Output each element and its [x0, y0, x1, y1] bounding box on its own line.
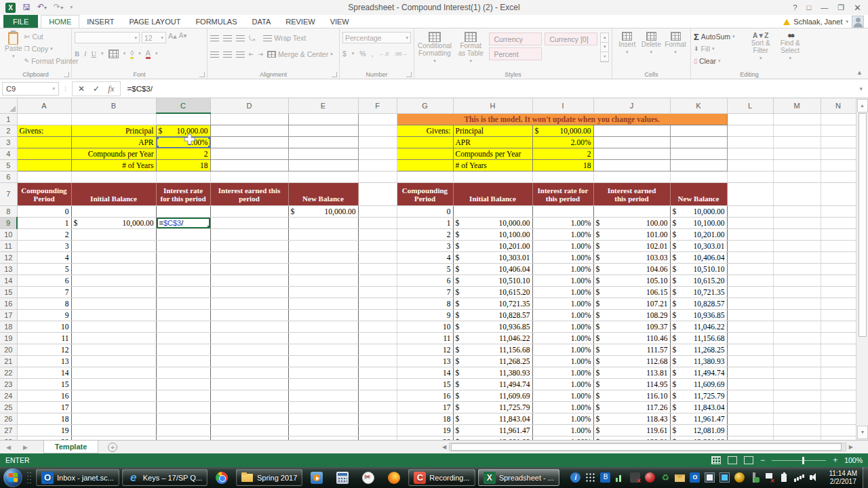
cell-H10[interactable]: $10,100.00 — [453, 228, 532, 240]
cell-H7[interactable]: Initial Balance — [453, 182, 532, 205]
cell-H17[interactable]: $10,828.57 — [453, 309, 532, 321]
cell-B27[interactable] — [71, 424, 156, 436]
cell-C16[interactable] — [156, 298, 210, 309]
cell-A19[interactable]: 11 — [17, 332, 71, 344]
tray-spk-icon[interactable] — [809, 472, 819, 483]
cell-K27[interactable]: $12,081.09 — [670, 424, 727, 436]
cell-G23[interactable]: 15 — [397, 378, 453, 390]
cell-L5[interactable] — [727, 159, 773, 171]
cell-M17[interactable] — [773, 309, 821, 321]
cell-I4[interactable]: 2 — [532, 148, 593, 159]
cell-M6[interactable] — [773, 171, 821, 182]
cell-E9[interactable] — [288, 217, 358, 228]
page-layout-view-icon[interactable] — [728, 456, 737, 464]
cell-D10[interactable] — [210, 228, 288, 240]
cell-J3[interactable] — [593, 136, 670, 148]
cell-I19[interactable]: 1.00% — [532, 332, 593, 344]
cell-D7[interactable]: Interest earned this period — [210, 182, 288, 205]
select-all-corner[interactable] — [0, 98, 17, 113]
cell-F27[interactable] — [358, 424, 397, 436]
cell-M20[interactable] — [773, 344, 821, 355]
cell-D26[interactable] — [210, 413, 288, 424]
cell-M12[interactable] — [773, 251, 821, 263]
cell-N17[interactable] — [821, 309, 856, 321]
row-header-19[interactable]: 19 — [0, 332, 17, 344]
copy-button[interactable]: ❐Copy▾ — [24, 43, 79, 55]
cell-B26[interactable] — [71, 413, 156, 424]
cell-I16[interactable]: 1.00% — [532, 298, 593, 309]
cell-D18[interactable] — [210, 321, 288, 332]
cell-H13[interactable]: $10,406.04 — [453, 263, 532, 274]
orientation-icon[interactable]: ⤿ — [249, 34, 255, 43]
cell-A1[interactable] — [17, 113, 71, 125]
cell-C18[interactable] — [156, 321, 210, 332]
cell-J17[interactable]: $108.29 — [593, 309, 670, 321]
cell-N14[interactable] — [821, 274, 856, 286]
cell-D1[interactable] — [210, 113, 288, 125]
cell-L13[interactable] — [727, 263, 773, 274]
model-banner[interactable]: This is the model. It won't update when … — [397, 113, 727, 125]
cell-I14[interactable]: 1.00% — [532, 274, 593, 286]
taskbar-clock[interactable]: 11:14 AM 2/2/2017 — [823, 470, 863, 486]
cell-G10[interactable]: 2 — [397, 228, 453, 240]
cell-N26[interactable] — [821, 413, 856, 424]
cell-C14[interactable] — [156, 274, 210, 286]
row-header-15[interactable]: 15 — [0, 286, 17, 298]
cell-C19[interactable] — [156, 332, 210, 344]
taskbar-button-firefox[interactable] — [382, 469, 406, 486]
cell-J10[interactable]: $101.00 — [593, 228, 670, 240]
cell-L11[interactable] — [727, 240, 773, 251]
cell-N3[interactable] — [821, 136, 856, 148]
cell-F13[interactable] — [358, 263, 397, 274]
cell-K7[interactable]: New Balance — [670, 182, 727, 205]
cell-G16[interactable]: 8 — [397, 298, 453, 309]
row-header-2[interactable]: 2 — [0, 125, 17, 136]
alignment-launcher-icon[interactable] — [332, 72, 337, 77]
cell-M15[interactable] — [773, 286, 821, 298]
row-header-6[interactable]: 6 — [0, 171, 17, 182]
cell-I13[interactable]: 1.00% — [532, 263, 593, 274]
cell-D27[interactable] — [210, 424, 288, 436]
zoom-slider[interactable] — [772, 460, 826, 461]
cell-A14[interactable]: 6 — [17, 274, 71, 286]
cell-M19[interactable] — [773, 332, 821, 344]
cell-G26[interactable]: 18 — [397, 413, 453, 424]
align-top-icon[interactable] — [210, 35, 219, 41]
cell-I10[interactable]: 1.00% — [532, 228, 593, 240]
cell-L2[interactable] — [727, 125, 773, 136]
cell-A8[interactable]: 0 — [17, 205, 71, 217]
cell-A22[interactable]: 14 — [17, 367, 71, 378]
cell-F17[interactable] — [358, 309, 397, 321]
cell-F7[interactable] — [358, 182, 397, 205]
help-icon[interactable]: ? — [793, 3, 797, 12]
cell-F23[interactable] — [358, 378, 397, 390]
cell-C1[interactable] — [156, 113, 210, 125]
cell-L3[interactable] — [727, 136, 773, 148]
cell-E2[interactable] — [288, 125, 358, 136]
cell-B17[interactable] — [71, 309, 156, 321]
cell-L25[interactable] — [727, 401, 773, 413]
cell-I20[interactable]: 1.00% — [532, 344, 593, 355]
minimize-icon[interactable]: ― — [821, 3, 828, 12]
cell-I12[interactable]: 1.00% — [532, 251, 593, 263]
cell-J6[interactable] — [593, 171, 670, 182]
cell-H5[interactable]: # of Years — [453, 159, 532, 171]
enter-icon[interactable]: ✓ — [93, 84, 100, 94]
cell-F2[interactable] — [358, 125, 397, 136]
cell-style-percent[interactable]: Percent — [489, 47, 542, 60]
italic-button[interactable]: I — [84, 50, 87, 58]
cell-E7[interactable]: New Balance — [288, 182, 358, 205]
cell-K19[interactable]: $11,156.68 — [670, 332, 727, 344]
tab-page-layout[interactable]: PAGE LAYOUT — [121, 15, 188, 28]
cell-E17[interactable] — [288, 309, 358, 321]
bold-button[interactable]: B — [75, 50, 79, 58]
cell-B5[interactable]: # of Years — [71, 159, 156, 171]
cell-E20[interactable] — [288, 344, 358, 355]
cell-C23[interactable] — [156, 378, 210, 390]
cell-L1[interactable] — [727, 113, 773, 125]
cell-D20[interactable] — [210, 344, 288, 355]
cell-K10[interactable]: $10,201.00 — [670, 228, 727, 240]
cell-M5[interactable] — [773, 159, 821, 171]
cell-D19[interactable] — [210, 332, 288, 344]
cell-C15[interactable] — [156, 286, 210, 298]
